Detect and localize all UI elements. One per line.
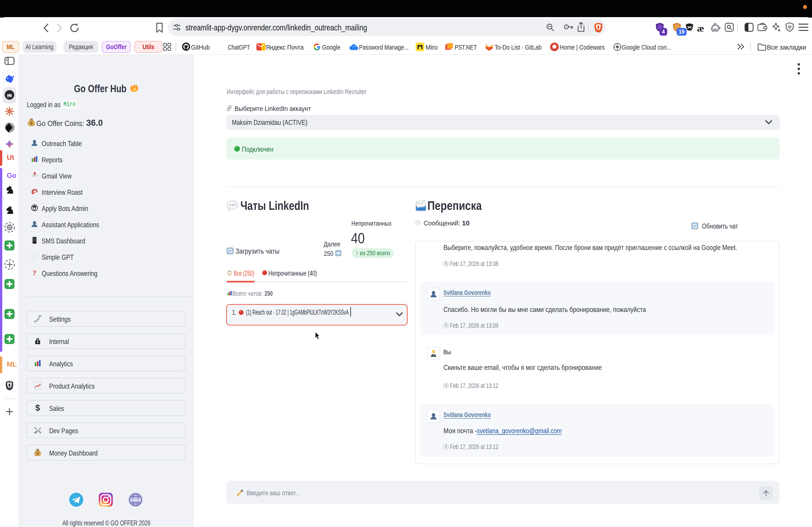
svg-text:WWW: WWW	[130, 498, 141, 502]
